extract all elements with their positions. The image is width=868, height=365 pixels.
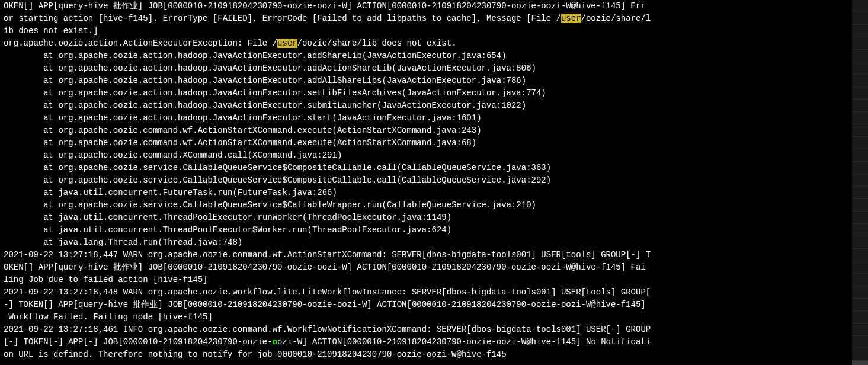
search-highlight: user (561, 14, 581, 23)
scrollbar-segment[interactable] (852, 100, 868, 112)
terminal-output[interactable]: OKEN[] APP[query-hive 批作业] JOB[0000010-2… (0, 0, 852, 365)
scrollbar-segment[interactable] (852, 0, 868, 12)
scrollbar-segment[interactable] (852, 174, 868, 187)
scrollbar-segment[interactable] (852, 87, 868, 100)
scrollbar-track[interactable] (852, 0, 868, 365)
scrollbar-segment[interactable] (852, 75, 868, 87)
scrollbar-segment[interactable] (852, 112, 868, 124)
scrollbar-segment[interactable] (852, 286, 868, 299)
scrollbar-segment[interactable] (852, 348, 868, 361)
scrollbar-segment[interactable] (852, 50, 868, 62)
scrollbar-segment[interactable] (852, 261, 868, 274)
scrollbar-segment[interactable] (852, 37, 868, 50)
scrollbar-segment[interactable] (852, 187, 868, 199)
scrollbar-segment[interactable] (852, 12, 868, 25)
scrollbar-segment[interactable] (852, 199, 868, 212)
scrollbar-segment[interactable] (852, 137, 868, 149)
scrollbar-segment[interactable] (852, 149, 868, 162)
scrollbar-segment[interactable] (852, 212, 868, 224)
scrollbar-segment[interactable] (852, 224, 868, 236)
scrollbar-segment[interactable] (852, 25, 868, 37)
scrollbar[interactable] (852, 0, 868, 365)
scrollbar-segment[interactable] (852, 336, 868, 348)
cursor: o (273, 337, 277, 347)
scrollbar-segment[interactable] (852, 299, 868, 311)
log-content: OKEN[] APP[query-hive 批作业] JOB[0000010-2… (4, 0, 848, 361)
scrollbar-segment[interactable] (852, 311, 868, 324)
scrollbar-segment[interactable] (852, 249, 868, 261)
scrollbar-segment[interactable] (852, 236, 868, 249)
scrollbar-segment[interactable] (852, 62, 868, 75)
search-highlight: user (277, 39, 297, 48)
scrollbar-segment[interactable] (852, 324, 868, 336)
scrollbar-segment[interactable] (852, 124, 868, 137)
scrollbar-segment[interactable] (852, 274, 868, 286)
scrollbar-segment[interactable] (852, 162, 868, 174)
